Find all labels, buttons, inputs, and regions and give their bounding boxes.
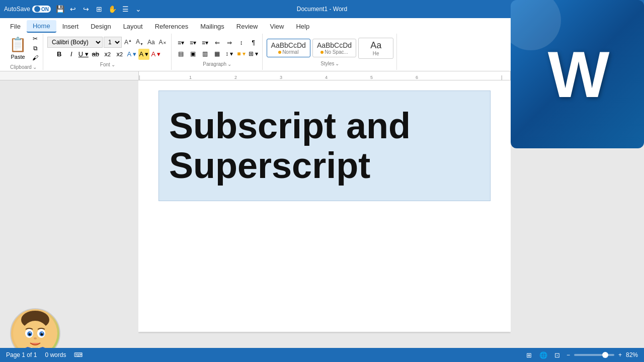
- menu-file[interactable]: File: [4, 21, 27, 32]
- word-logo: W: [511, 0, 644, 148]
- change-case-button[interactable]: Aa: [146, 38, 156, 46]
- touch-icon[interactable]: ✋: [107, 4, 117, 14]
- bullets-button[interactable]: ≡▾: [176, 37, 187, 48]
- document-page[interactable]: Subscript and Superscript: [138, 80, 511, 332]
- layout-icon[interactable]: ☰: [120, 4, 130, 14]
- page-area[interactable]: Subscript and Superscript: [138, 80, 511, 358]
- menu-references[interactable]: References: [149, 21, 194, 32]
- autosave-label: AutoSave: [4, 6, 30, 13]
- font-family-select[interactable]: Calibri (Body): [47, 37, 103, 48]
- svg-point-11: [34, 337, 37, 339]
- menu-home[interactable]: Home: [27, 20, 56, 33]
- nospace-label: No Spac...: [320, 49, 348, 55]
- clipboard-controls: 📋 Paste ✂ ⧉ 🖌: [7, 34, 40, 62]
- multilevel-button[interactable]: ≡▾: [200, 37, 211, 48]
- underline-button[interactable]: U ▾: [78, 49, 89, 60]
- para-row-1: ≡▾ ≡▾ ≡▾ ⇐ ⇒ ↕ ¶: [176, 37, 259, 48]
- sort-button[interactable]: ↕: [236, 37, 247, 48]
- menu-view[interactable]: View: [264, 21, 290, 32]
- clipboard-label: Clipboard ⌄: [10, 64, 37, 70]
- zoom-thumb: [602, 352, 608, 358]
- style-heading[interactable]: Aa He: [358, 38, 393, 59]
- nospace-sample: AaBbCcDd: [317, 41, 352, 49]
- strikethrough-button[interactable]: ab: [90, 49, 101, 60]
- zoom-in-icon[interactable]: +: [618, 351, 622, 358]
- paragraph-expand-icon[interactable]: ⌄: [227, 61, 231, 67]
- borders-button[interactable]: ⊞ ▾: [248, 48, 259, 59]
- numbering-button[interactable]: ≡▾: [188, 37, 199, 48]
- word-count: 0 words: [45, 351, 66, 358]
- clipboard-expand-icon[interactable]: ⌄: [33, 64, 37, 70]
- focus-button[interactable]: ⊡: [552, 350, 562, 360]
- clear-format-button[interactable]: A✕: [157, 38, 168, 46]
- language-icon: ⌨: [74, 351, 83, 358]
- shading-button[interactable]: ■ ▾: [236, 48, 247, 59]
- line-spacing-button[interactable]: ↕ ▾: [224, 48, 235, 59]
- highlight-button[interactable]: A ▾: [138, 49, 149, 60]
- copy-button[interactable]: ⧉: [31, 44, 40, 53]
- styles-label: Styles ⌄: [320, 61, 339, 66]
- svg-point-10: [42, 332, 43, 333]
- font-size-select[interactable]: 11: [104, 37, 122, 48]
- superscript-button[interactable]: x2: [114, 49, 125, 60]
- styles-section: AaBbCcDd Normal AaBbCcDd No Spac... Aa H…: [264, 34, 397, 70]
- styles-expand-icon[interactable]: ⌄: [335, 61, 339, 66]
- style-nospace[interactable]: AaBbCcDd No Spac...: [312, 39, 356, 57]
- zoom-slider[interactable]: [574, 354, 614, 356]
- ruler-mark-5: 5: [370, 75, 373, 80]
- clipboard-section: 📋 Paste ✂ ⧉ 🖌 Clipboard ⌄: [4, 34, 43, 70]
- font-label: Font ⌄: [100, 62, 115, 67]
- redo-icon[interactable]: ↪: [81, 4, 91, 14]
- status-right: ⊞ 🌐 ⊡ − + 82%: [524, 350, 638, 360]
- subscript-button[interactable]: x2: [102, 49, 113, 60]
- svg-point-2: [21, 321, 49, 351]
- ruler-mark-2: 2: [234, 75, 237, 80]
- svg-point-7: [29, 333, 31, 336]
- svg-point-9: [30, 332, 31, 333]
- autosave-toggle[interactable]: ON: [32, 6, 51, 13]
- menu-insert[interactable]: Insert: [56, 21, 85, 32]
- content-box[interactable]: Subscript and Superscript: [158, 90, 491, 201]
- word-letter: W: [548, 37, 607, 112]
- paste-icon: 📋: [9, 36, 27, 53]
- undo-icon[interactable]: ↩: [68, 4, 78, 14]
- menu-review[interactable]: Review: [230, 21, 264, 32]
- svg-point-13: [47, 332, 52, 340]
- web-layout-button[interactable]: 🌐: [538, 350, 548, 360]
- toolbar: 📋 Paste ✂ ⧉ 🖌 Clipboard ⌄ Calibri (Body): [0, 33, 644, 71]
- normal-sample: AaBbCcDd: [271, 41, 306, 49]
- para-row-2: ▤ ▣ ▥ ▦ ↕ ▾ ■ ▾ ⊞ ▾: [176, 48, 259, 59]
- grow-font-button[interactable]: A▲: [123, 38, 133, 46]
- align-left-button[interactable]: ▤: [176, 48, 187, 59]
- ruler-mark-6: 6: [416, 75, 418, 80]
- pilcrow-button[interactable]: ¶: [248, 37, 259, 48]
- font-row-2: B I U ▾ ab x2 x2 A ▾ A ▾ A ▾: [54, 49, 162, 60]
- print-layout-button[interactable]: ⊞: [524, 350, 534, 360]
- font-expand-icon[interactable]: ⌄: [111, 62, 115, 67]
- decrease-indent-button[interactable]: ⇐: [212, 37, 223, 48]
- justify-button[interactable]: ▦: [212, 48, 223, 59]
- svg-point-8: [41, 333, 43, 336]
- menu-design[interactable]: Design: [85, 21, 117, 32]
- svg-point-12: [19, 332, 24, 340]
- align-center-button[interactable]: ▣: [188, 48, 199, 59]
- customize-icon[interactable]: ⌄: [133, 4, 143, 14]
- style-normal[interactable]: AaBbCcDd Normal: [267, 39, 310, 57]
- menu-mailings[interactable]: Mailings: [194, 21, 230, 32]
- zoom-out-icon[interactable]: −: [567, 351, 570, 358]
- bold-button[interactable]: B: [54, 49, 65, 60]
- menu-help[interactable]: Help: [290, 21, 315, 32]
- format-painter-button[interactable]: 🖌: [31, 53, 40, 62]
- view-icon[interactable]: ⊞: [94, 4, 104, 14]
- increase-indent-button[interactable]: ⇒: [224, 37, 235, 48]
- paste-button[interactable]: 📋 Paste: [7, 35, 29, 61]
- save-icon[interactable]: 💾: [55, 4, 65, 14]
- font-color-button[interactable]: A ▾: [126, 49, 137, 60]
- menu-layout[interactable]: Layout: [117, 21, 149, 32]
- text-color-button[interactable]: A ▾: [150, 49, 162, 60]
- cut-button[interactable]: ✂: [31, 34, 40, 43]
- titlebar-icons: 💾 ↩ ↪ ⊞ ✋ ☰ ⌄: [55, 4, 143, 14]
- align-right-button[interactable]: ▥: [200, 48, 211, 59]
- italic-button[interactable]: I: [66, 49, 77, 60]
- shrink-font-button[interactable]: A▼: [134, 38, 145, 46]
